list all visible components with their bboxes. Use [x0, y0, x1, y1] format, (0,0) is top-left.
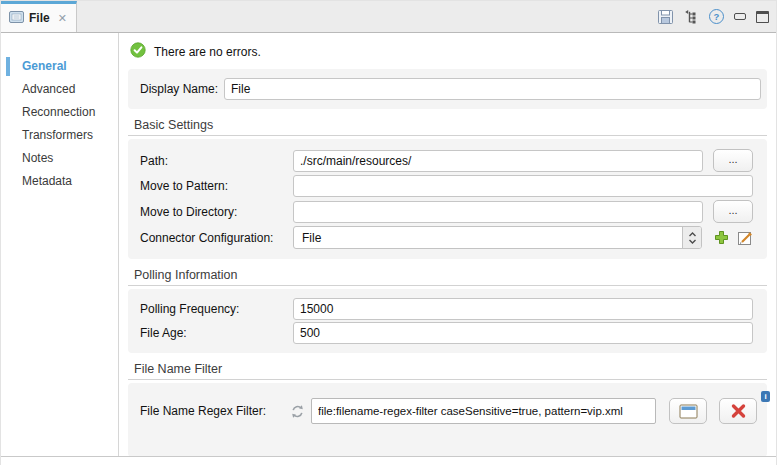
info-icon: i	[761, 391, 770, 402]
sidebar-item-metadata[interactable]: Metadata	[1, 170, 118, 193]
connector-configuration-value: File	[294, 231, 682, 245]
save-icon[interactable]	[657, 9, 674, 25]
display-name-label: Display Name:	[140, 82, 224, 96]
sidebar-item-transformers[interactable]: Transformers	[1, 124, 118, 147]
move-to-directory-input[interactable]	[293, 201, 703, 223]
status-message: There are no errors.	[154, 45, 261, 59]
tab-bar: File ✕ ?	[1, 1, 776, 33]
display-name-input[interactable]	[224, 78, 761, 100]
move-to-pattern-input[interactable]	[293, 175, 753, 197]
polling-frequency-label: Polling Frequency:	[140, 302, 293, 316]
properties-view: File ✕ ? General Advanced Reconnection T…	[0, 0, 777, 465]
display-name-panel: Display Name:	[128, 69, 767, 109]
sidebar-item-notes[interactable]: Notes	[1, 147, 118, 170]
view-toolbar: ?	[657, 1, 769, 32]
move-to-pattern-row: Move to Pattern:	[140, 175, 753, 197]
file-age-input[interactable]	[293, 322, 753, 344]
view-body: General Advanced Reconnection Transforme…	[1, 33, 776, 457]
path-label: Path:	[140, 154, 293, 168]
basic-settings-title: Basic Settings	[134, 118, 767, 132]
status-row: There are no errors.	[130, 42, 767, 62]
tab-file[interactable]: File ✕	[1, 1, 77, 32]
sidebar-item-advanced[interactable]: Advanced	[1, 78, 118, 101]
move-to-directory-label: Move to Directory:	[140, 205, 293, 219]
regex-filter-label: File Name Regex Filter:	[140, 404, 290, 418]
file-name-filter-panel: File Name Regex Filter: i	[128, 383, 767, 456]
connector-configuration-label: Connector Configuration:	[140, 231, 293, 245]
help-icon[interactable]: ?	[709, 9, 724, 24]
main-panel: There are no errors. Display Name: Basic…	[119, 33, 776, 456]
maximize-icon[interactable]	[756, 11, 769, 23]
polling-frequency-row: Polling Frequency:	[140, 298, 753, 320]
hierarchy-tree-icon[interactable]	[684, 9, 699, 25]
section-divider	[128, 135, 767, 136]
file-age-label: File Age:	[140, 326, 293, 340]
move-to-directory-browse-button[interactable]: ...	[713, 200, 753, 223]
file-name-filter-title: File Name Filter	[134, 362, 767, 376]
move-to-directory-row: Move to Directory: ...	[140, 200, 753, 223]
section-divider	[128, 379, 767, 380]
open-dialog-button[interactable]	[669, 398, 707, 424]
polling-information-title: Polling Information	[134, 268, 767, 282]
polling-information-panel: Polling Frequency: File Age:	[128, 289, 767, 353]
path-browse-button[interactable]: ...	[713, 149, 753, 172]
connector-configuration-row: Connector Configuration: File	[140, 226, 753, 249]
connector-configuration-select[interactable]: File	[293, 226, 702, 249]
minimize-icon[interactable]	[734, 13, 746, 20]
section-divider	[128, 285, 767, 286]
add-connector-icon[interactable]	[713, 229, 730, 246]
tab-title: File	[29, 11, 50, 25]
green-check-icon	[130, 42, 146, 62]
path-row: Path: ...	[140, 149, 753, 172]
sync-arrows-icon	[290, 404, 305, 419]
sidebar: General Advanced Reconnection Transforme…	[1, 33, 119, 456]
delete-filter-button[interactable]	[719, 398, 757, 424]
close-icon[interactable]: ✕	[58, 12, 67, 25]
move-to-pattern-label: Move to Pattern:	[140, 179, 293, 193]
edit-connector-icon[interactable]	[737, 230, 753, 246]
properties-file-icon	[9, 9, 24, 27]
regex-filter-row: File Name Regex Filter: i	[140, 398, 755, 424]
polling-frequency-input[interactable]	[293, 298, 753, 320]
sidebar-item-reconnection[interactable]: Reconnection	[1, 101, 118, 124]
chevron-stepper-icon[interactable]	[682, 227, 701, 248]
file-age-row: File Age:	[140, 322, 753, 344]
regex-filter-input[interactable]	[311, 398, 656, 424]
basic-settings-panel: Path: ... Move to Pattern: Move to Direc…	[128, 139, 767, 259]
sidebar-item-general[interactable]: General	[1, 55, 118, 78]
path-input[interactable]	[293, 150, 703, 172]
